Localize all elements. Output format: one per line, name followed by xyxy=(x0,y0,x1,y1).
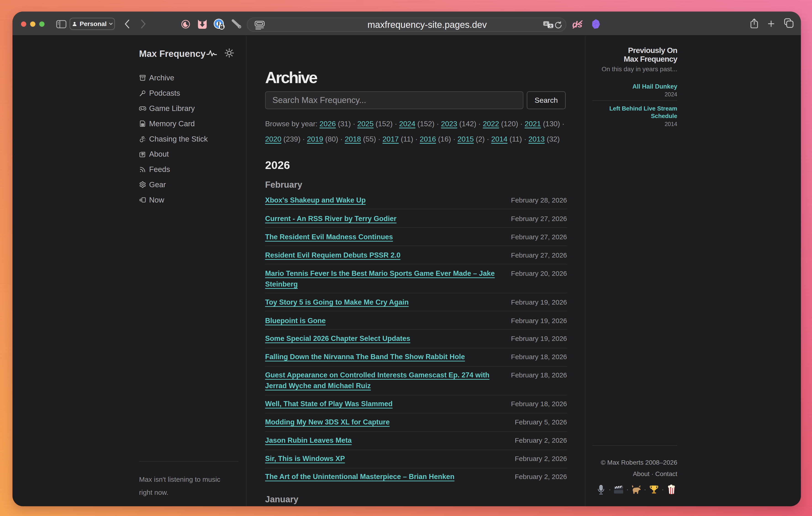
svg-text:文: 文 xyxy=(549,24,552,28)
svg-text:A: A xyxy=(545,22,547,26)
